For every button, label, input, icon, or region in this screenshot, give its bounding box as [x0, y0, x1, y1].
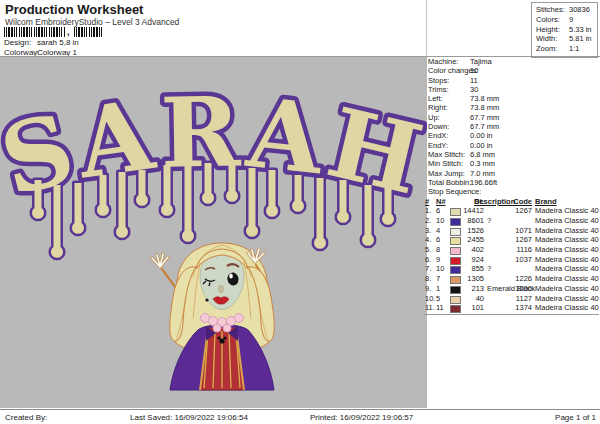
stop-sequence-table: # N# St. Description Code Brand 1.614412… — [424, 197, 599, 315]
total-bobbin-label: Total Bobbin: — [428, 178, 470, 187]
endx-value: 0.00 in — [470, 131, 493, 140]
endx-label: EndX: — [428, 131, 470, 140]
width-label: Width: — [536, 34, 569, 44]
machine-label: Machine: — [428, 57, 470, 66]
col-code: Code — [511, 197, 532, 207]
endy-value: 0.00 in — [470, 141, 493, 150]
machine-info-row: Max Jump:7.0 mm — [424, 169, 600, 178]
summary-row: Zoom:1:1 — [532, 44, 597, 54]
app-subtitle: Wilcom EmbroideryStudio – Level 3 Advanc… — [5, 17, 179, 27]
summary-row: Height:5.33 in — [532, 25, 597, 35]
machine-info-row: EndY:0.00 in — [424, 141, 600, 150]
stop-row: 6.99241037Madeira Classic 40 — [424, 255, 599, 265]
design-value: sarah 5,8 in — [37, 38, 79, 47]
height-value: 5.33 in — [569, 25, 592, 34]
col-needle: N# — [436, 197, 446, 207]
stop-sequence-header-row: # N# St. Description Code Brand — [424, 197, 599, 207]
machine-info-row: Down:67.7 mm — [424, 122, 600, 131]
stops-label: Stops: — [428, 76, 470, 85]
design-label: Design: — [4, 38, 37, 47]
col-num: # — [425, 197, 429, 207]
max-stitch-value: 6.8 mm — [470, 150, 495, 159]
machine-info-row: Min Stitch:0.3 mm — [424, 159, 600, 168]
stop-row: 10.5401127Madeira Classic 40 — [424, 294, 599, 304]
header-vertical-divider — [426, 0, 427, 56]
embroidery-artwork-svg: SARAH — [0, 57, 427, 408]
right-label: Right: — [428, 103, 470, 112]
stitches-label: Stitches: — [536, 5, 569, 15]
machine-info-row: Stops:11 — [424, 76, 600, 85]
machine-info-panel: Machine:Tajima Color changes:10 Stops:11… — [424, 57, 600, 408]
machine-info-row: Total Bobbin:196.66ft — [424, 178, 600, 187]
stop-row: 4.624551267Madeira Classic 40 — [424, 235, 599, 245]
stop-row: 5.84021116Madeira Classic 40 — [424, 245, 599, 255]
max-stitch-label: Max Stitch: — [428, 150, 470, 159]
sarah-character — [152, 243, 274, 390]
endy-label: EndY: — [428, 141, 470, 150]
stop-sequence-title: Stop Sequence: — [424, 187, 600, 197]
barcode-bars-right — [74, 27, 104, 37]
printed: Printed: 16/09/2022 19:06:57 — [310, 413, 413, 422]
character-nose — [219, 285, 224, 293]
sarah-dripping-wordmark — [0, 75, 427, 257]
total-bobbin-value: 196.66ft — [470, 178, 497, 187]
design-field: Design:sarah 5,8 in — [4, 38, 79, 47]
design-canvas: SARAH — [0, 57, 427, 408]
machine-info-row: Trims:30 — [424, 85, 600, 94]
stop-row: 9.1213Emerald Black1000Madeira Classic 4… — [424, 284, 599, 294]
stops-value: 11 — [470, 76, 478, 85]
max-jump-label: Max Jump: — [428, 169, 470, 178]
barcode-comma: , — [67, 27, 70, 37]
stop-row: 3.415261071Madeira Classic 40 — [424, 226, 599, 236]
zoom-label: Zoom: — [536, 44, 569, 54]
stop-row: 8.713051226Madeira Classic 40 — [424, 274, 599, 284]
last-saved: Last Saved: 16/09/2022 19:06:54 — [130, 413, 248, 422]
left-label: Left: — [428, 94, 470, 103]
stop-row: 7.10855?Madeira Classic 40 — [424, 264, 599, 274]
machine-info-row: Left:73.8 mm — [424, 94, 600, 103]
machine-info-row: Right:73.8 mm — [424, 103, 600, 112]
min-stitch-label: Min Stitch: — [428, 159, 470, 168]
zoom-value: 1:1 — [569, 44, 579, 53]
barcode-bars-left — [4, 27, 66, 37]
colors-value: 9 — [569, 15, 573, 24]
trims-value: 30 — [470, 85, 478, 94]
right-eye-highlight — [229, 273, 233, 278]
right-value: 73.8 mm — [470, 103, 499, 112]
stop-row: 11.111011374Madeira Classic 40 — [424, 303, 599, 313]
machine-value: Tajima — [470, 57, 492, 66]
width-value: 5.81 in — [569, 34, 592, 43]
summary-row: Stitches:30836 — [532, 5, 597, 15]
col-brand: Brand — [535, 197, 557, 207]
summary-row: Colors:9 — [532, 15, 597, 25]
max-jump-value: 7.0 mm — [470, 169, 495, 178]
up-label: Up: — [428, 113, 470, 122]
page-footer: Created By: Last Saved: 16/09/2022 19:06… — [0, 409, 600, 424]
down-label: Down: — [428, 122, 470, 131]
up-value: 67.7 mm — [470, 113, 499, 122]
colors-label: Colors: — [536, 15, 569, 25]
height-label: Height: — [536, 25, 569, 35]
trims-label: Trims: — [428, 85, 470, 94]
color-changes-label: Color changes: — [428, 66, 470, 75]
summary-row: Width:5.81 in — [532, 34, 597, 44]
created-by-label: Created By: — [5, 413, 47, 422]
min-stitch-value: 0.3 mm — [470, 159, 495, 168]
beauty-mark — [205, 298, 208, 301]
machine-info-row: EndX:0.00 in — [424, 131, 600, 140]
left-value: 73.8 mm — [470, 94, 499, 103]
stop-row: 2.108601?Madeira Classic 40 — [424, 216, 599, 226]
machine-info-row: Color changes:10 — [424, 66, 600, 75]
stop-row: 1.6144121267Madeira Classic 40 — [424, 206, 599, 216]
machine-info-row: Max Stitch:6.8 mm — [424, 150, 600, 159]
page-title: Production Worksheet — [5, 2, 143, 17]
machine-info-row: Up:67.7 mm — [424, 113, 600, 122]
color-changes-value: 10 — [470, 66, 478, 75]
left-hand — [152, 254, 176, 288]
page-number: Page 1 of 1 — [555, 413, 596, 422]
design-barcode: , — [4, 27, 104, 37]
down-value: 67.7 mm — [470, 122, 499, 131]
col-description: Description — [474, 197, 515, 207]
stitches-value: 30836 — [569, 5, 590, 14]
design-summary-box: Stitches:30836 Colors:9 Height:5.33 in W… — [531, 2, 598, 58]
